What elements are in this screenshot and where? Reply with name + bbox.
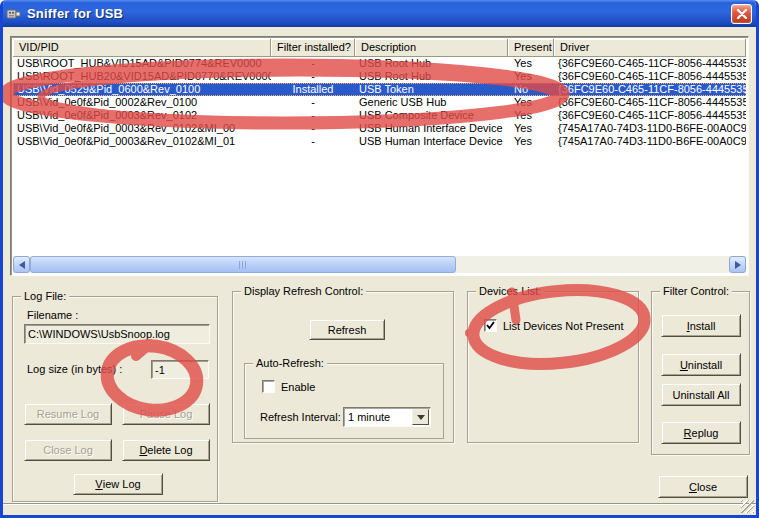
cell-present: Yes [508,96,554,109]
cell-driver: {36FC9E60-C465-11CF-8056-44455354 [554,83,746,96]
table-row[interactable]: USB\Vid_0e0f&Pid_0003&Rev_0102&MI_00-USB… [13,122,746,135]
table-row-selected[interactable]: USB\Vid_0529&Pid_0600&Rev_0100InstalledU… [13,83,746,96]
table-header: VID/PID Filter installed? Description Pr… [13,39,746,57]
cell-present: Yes [508,135,554,148]
cell-desc: Generic USB Hub [355,96,508,109]
column-header-filter[interactable]: Filter installed? [271,39,355,57]
table-body: USB\ROOT_HUB&VID15AD&PID0774&REV0000-USB… [13,57,746,148]
scroll-right-button[interactable] [729,256,746,273]
resize-grip-icon[interactable] [741,500,754,513]
filename-input[interactable] [24,324,210,344]
uninstall-all-button[interactable]: Uninstall All [661,383,741,406]
log-size-input[interactable] [151,360,209,379]
delete-log-button[interactable]: Delete Log [122,439,210,461]
device-table[interactable]: VID/PID Filter installed? Description Pr… [10,36,749,276]
close-dialog-button[interactable]: Close [658,475,748,498]
group-log-file-legend: Log File: [21,290,69,302]
triangle-down-icon [417,415,425,424]
dialog-client-area: VID/PID Filter installed? Description Pr… [3,27,756,515]
cell-filter: Installed [271,83,355,96]
h-scrollbar[interactable] [13,256,746,273]
group-log-file: Log File: Filename : Log size (in bytes)… [12,296,218,502]
cell-vidpid: USB\Vid_0e0f&Pid_0002&Rev_0100 [13,96,271,109]
list-devices-not-present-checkbox[interactable]: List Devices Not Present [484,319,623,332]
gripper-icon [239,261,248,269]
cell-vidpid: USB\Vid_0e0f&Pid_0003&Rev_0102&MI_01 [13,135,271,148]
cell-desc: USB Composite Device [355,109,508,122]
cell-driver: {36FC9E60-C465-11CF-8056-44455354 [554,96,746,109]
table-row[interactable]: USB\ROOT_HUB20&VID15AD&PID0770&REV0000-U… [13,70,746,83]
cell-driver: {745A17A0-74D3-11D0-B6FE-00A0C90 [554,135,746,148]
cell-desc: USB Human Interface Device [355,122,508,135]
refresh-interval-label: Refresh Interval: [260,411,341,423]
group-devices-list-legend: Devices List: [476,285,544,297]
cell-filter: - [271,57,355,70]
cell-desc: USB Root Hub [355,70,508,83]
cell-filter: - [271,96,355,109]
table-row[interactable]: USB\Vid_0e0f&Pid_0003&Rev_0102&MI_01-USB… [13,135,746,148]
refresh-button[interactable]: Refresh [309,319,385,340]
cell-filter: - [271,135,355,148]
status-bar-divider [3,503,756,505]
cell-vidpid: USB\Vid_0e0f&Pid_0003&Rev_0102&MI_00 [13,122,271,135]
group-auto-refresh: Auto-Refresh: Enable Refresh Interval: 1… [244,363,444,439]
filename-label: Filename : [27,309,78,321]
resume-log-button[interactable]: Resume Log [24,403,112,425]
view-log-button[interactable]: View Log [73,473,163,495]
table-row[interactable]: USB\Vid_0e0f&Pid_0003&Rev_0102-USB Compo… [13,109,746,122]
cell-present: No [508,83,554,96]
column-header-desc[interactable]: Description [355,39,508,57]
triangle-right-icon [735,261,741,269]
cell-filter: - [271,70,355,83]
cell-driver: {36FC9E60-C465-11CF-8056-44455354 [554,57,746,70]
refresh-interval-value: 1 minute [344,411,412,423]
close-icon [737,9,747,19]
group-auto-refresh-legend: Auto-Refresh: [253,357,327,369]
triangle-left-icon [19,261,25,269]
cell-present: Yes [508,70,554,83]
check-icon [486,321,495,330]
window-title: Sniffer for USB [27,6,123,21]
cell-vidpid: USB\Vid_0e0f&Pid_0003&Rev_0102 [13,109,271,122]
usb-icon [6,6,22,22]
uninstall-button[interactable]: Uninstall [661,353,741,376]
group-display-refresh: Display Refresh Control: Refresh Auto-Re… [232,291,454,443]
cell-filter: - [271,109,355,122]
install-button[interactable]: Install [661,314,741,337]
table-row[interactable]: USB\ROOT_HUB&VID15AD&PID0774&REV0000-USB… [13,57,746,70]
cell-vidpid: USB\Vid_0529&Pid_0600&Rev_0100 [13,83,271,96]
list-devices-label: List Devices Not Present [503,320,623,332]
cell-desc: USB Human Interface Device [355,135,508,148]
enable-checkbox[interactable]: Enable [262,380,315,393]
column-header-vidpid[interactable]: VID/PID [13,39,271,57]
refresh-interval-select[interactable]: 1 minute [343,407,431,427]
cell-driver: {36FC9E60-C465-11CF-8056-44455354 [554,70,746,83]
cell-driver: {36FC9E60-C465-11CF-8056-44455354 [554,109,746,122]
checkbox-box [484,319,497,332]
replug-button[interactable]: Replug [661,421,741,444]
dropdown-button[interactable] [412,409,429,425]
group-filter-control-legend: Filter Control: [660,285,732,297]
table-row[interactable]: USB\Vid_0e0f&Pid_0002&Rev_0100-Generic U… [13,96,746,109]
cell-filter: - [271,122,355,135]
cell-driver: {745A17A0-74D3-11D0-B6FE-00A0C90 [554,122,746,135]
enable-label: Enable [281,381,315,393]
column-header-driver[interactable]: Driver [554,39,746,57]
cell-present: Yes [508,109,554,122]
cell-desc: USB Token [355,83,508,96]
scroll-thumb[interactable] [30,256,456,273]
checkbox-box [262,380,275,393]
cell-present: Yes [508,122,554,135]
cell-desc: USB Root Hub [355,57,508,70]
titlebar[interactable]: Sniffer for USB [0,0,759,27]
column-header-present[interactable]: Present [508,39,554,57]
close-window-button[interactable] [731,4,752,24]
cell-vidpid: USB\ROOT_HUB&VID15AD&PID0774&REV0000 [13,57,271,70]
group-devices-list: Devices List: List Devices Not Present [467,291,639,443]
group-display-refresh-legend: Display Refresh Control: [241,285,366,297]
group-filter-control: Filter Control: Install Uninstall Uninst… [651,291,750,455]
pause-log-button[interactable]: Pause Log [122,403,210,425]
cell-present: Yes [508,57,554,70]
close-log-button[interactable]: Close Log [24,439,112,461]
scroll-left-button[interactable] [13,256,30,273]
